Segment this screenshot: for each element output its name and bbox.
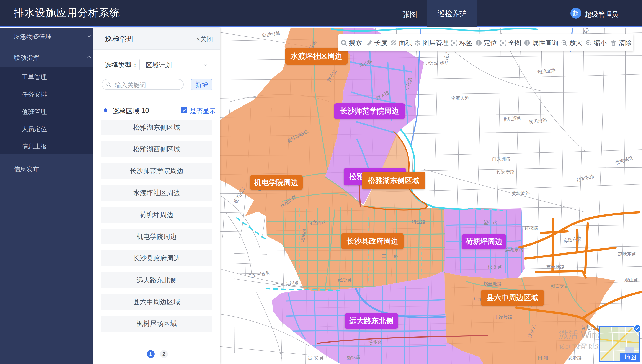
svg-text:凉塘东路: 凉塘东路 — [563, 236, 582, 243]
svg-text:三九一国道: 三九一国道 — [247, 270, 270, 279]
svg-text:丁家岭路: 丁家岭路 — [494, 314, 513, 319]
svg-text:付安东路: 付安东路 — [496, 169, 515, 174]
svg-text:财富大道: 财富大道 — [551, 284, 569, 289]
svg-text:白沙河路: 白沙河路 — [262, 30, 280, 38]
svg-text:捞刀河路: 捞刀河路 — [529, 117, 547, 124]
svg-text:黄坡岭路: 黄坡岭路 — [512, 191, 530, 196]
svg-text:观山路: 观山路 — [624, 278, 638, 282]
svg-text:白头洲路: 白头洲路 — [492, 156, 510, 161]
svg-text:付安东路: 付安东路 — [575, 174, 594, 183]
svg-text:芦丝塘路: 芦丝塘路 — [546, 264, 565, 269]
svg-text:物流大道: 物流大道 — [451, 96, 469, 100]
svg-text:三 一 路: 三 一 路 — [382, 254, 398, 258]
svg-text:三托北: 三托北 — [443, 51, 450, 65]
svg-text:望仙路: 望仙路 — [484, 220, 497, 225]
svg-text:富 安 路: 富 安 路 — [308, 355, 324, 360]
svg-text:红橄路: 红橄路 — [525, 226, 538, 230]
svg-text:三一九国道: 三一九国道 — [276, 280, 299, 288]
svg-text:凉塘东路: 凉塘东路 — [618, 252, 636, 256]
svg-text:北头渍路: 北头渍路 — [503, 115, 521, 122]
svg-text:特立西路: 特立西路 — [308, 220, 326, 225]
svg-text:北绕城线: 北绕城线 — [614, 155, 633, 166]
svg-text:田 湖: 田 湖 — [538, 355, 548, 360]
svg-text:物流北路: 物流北路 — [537, 68, 556, 74]
svg-text:螺丝塘路: 螺丝塘路 — [484, 281, 502, 286]
svg-text:松 8 路: 松 8 路 — [488, 264, 502, 269]
svg-text:特立路: 特立路 — [412, 219, 425, 224]
svg-text:滨湖东路: 滨湖东路 — [505, 247, 523, 252]
svg-text:经贸路: 经贸路 — [338, 278, 352, 282]
svg-text:思源路: 思源路 — [568, 355, 582, 360]
svg-text:北 绕 城 线: 北 绕 城 线 — [422, 61, 445, 66]
